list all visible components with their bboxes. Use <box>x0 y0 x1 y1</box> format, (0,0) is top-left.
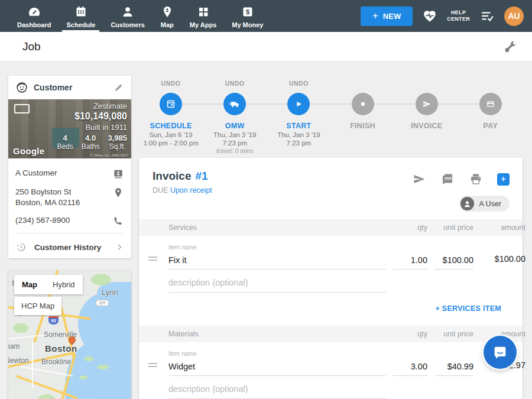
add-services-item-link[interactable]: + SERVICES ITEM <box>435 304 501 313</box>
map-label-lynn: Lynn <box>102 288 118 297</box>
location-pin-icon[interactable] <box>112 187 124 199</box>
beds-label: Beds <box>57 142 73 151</box>
nav-label: Map <box>161 21 174 28</box>
customer-details: A Customer 250 Boylston St Boston, MA 02… <box>8 158 131 236</box>
job-tools-icon[interactable] <box>502 39 518 54</box>
material-item-row: Item name $122.97 <box>139 342 523 376</box>
truck-icon <box>228 98 241 111</box>
step-date: Thu, Jan 3 '19 <box>277 131 320 138</box>
item-name-label: Item name <box>168 351 386 357</box>
unit-price-input[interactable] <box>434 254 473 270</box>
assigned-user-chip[interactable]: A User <box>459 196 510 212</box>
drag-handle[interactable] <box>148 255 161 270</box>
pay-step-button[interactable] <box>479 93 502 115</box>
map-type-map-button[interactable]: Map <box>14 275 45 294</box>
map-widget[interactable]: Burlington Lynn 107 2 93 Somerville ham … <box>8 270 131 399</box>
nav-item-customers[interactable]: Customers <box>103 0 152 32</box>
customer-phone: (234) 567-8900 <box>15 215 70 226</box>
baths-value: 4.0 <box>82 134 100 142</box>
edit-pencil-icon[interactable] <box>113 82 124 93</box>
sqft-stat: 3,985 Sq.ft. <box>108 134 127 151</box>
customer-history-row[interactable]: Customer History <box>8 236 131 258</box>
health-heart-icon[interactable] <box>422 8 437 24</box>
due-terms-link[interactable]: Upon receipt <box>170 186 212 194</box>
undo-schedule-button[interactable]: UNDO <box>161 80 181 88</box>
unit-price-input[interactable] <box>434 360 473 376</box>
new-button[interactable]: + NEW <box>361 7 413 26</box>
nav-item-dashboard[interactable]: Dashboard <box>9 0 59 32</box>
map-type-hybrid-button[interactable]: Hybrid <box>45 275 83 294</box>
plus-icon: + <box>372 10 378 22</box>
nav-item-schedule[interactable]: Schedule <box>59 0 103 32</box>
map-label-waltham: ham <box>8 342 20 351</box>
qty-input[interactable] <box>393 254 427 270</box>
omw-step-button[interactable] <box>223 93 246 115</box>
phone-icon[interactable] <box>112 215 124 227</box>
map-park <box>13 323 28 333</box>
invoice-due-line: DUE Upon receipt <box>153 186 510 194</box>
route-107-shield: 107 <box>96 300 109 306</box>
item-name-input[interactable] <box>168 360 386 376</box>
item-name-input[interactable] <box>168 254 386 270</box>
baths-label: Baths <box>82 142 100 151</box>
undo-omw-button[interactable]: UNDO <box>225 80 245 88</box>
nav-item-my-money[interactable]: $ My Money <box>224 0 271 32</box>
section-title: Materials <box>168 330 386 338</box>
pdf-icon[interactable]: PDF <box>440 172 455 186</box>
drag-handle[interactable] <box>148 361 161 376</box>
task-list-check-icon[interactable] <box>479 8 495 24</box>
step-label[interactable]: INVOICE <box>411 122 443 130</box>
description-input[interactable] <box>168 381 386 399</box>
property-photo[interactable]: Zestimate $10,149,080 Built in 1911 4 Be… <box>8 99 131 158</box>
beds-stat: 4 Beds <box>57 134 73 151</box>
help-center-line1: HELP <box>447 9 470 16</box>
help-center-line2: CENTER <box>447 16 470 22</box>
step-time: 1:00 pm - 2:00 pm <box>143 140 198 147</box>
customer-address: 250 Boylston St Boston, MA 02116 <box>15 187 80 208</box>
finish-step-button[interactable] <box>352 93 374 115</box>
streetview-frame-icon[interactable] <box>14 104 30 113</box>
map-label-brookline: Brookline <box>41 358 71 366</box>
hcp-map-button[interactable]: HCP Map <box>14 297 61 315</box>
nav-label: My Money <box>232 21 263 28</box>
job-progress-stepper: UNDO SCHEDULE Sun, Jan 6 '19 1:00 pm - 2… <box>139 76 523 158</box>
user-avatar[interactable]: AU <box>504 7 524 26</box>
item-name-field: Item name <box>168 351 386 376</box>
undo-start-button[interactable]: UNDO <box>289 80 309 88</box>
step-label[interactable]: OMW <box>225 122 245 130</box>
print-icon[interactable] <box>469 172 483 186</box>
step-invoice: INVOICE <box>395 80 459 158</box>
left-sidebar: Customer Zestimate $10,149,080 Built in … <box>8 76 131 399</box>
map-road <box>32 341 33 388</box>
due-label: DUE <box>153 186 168 194</box>
start-step-button[interactable] <box>287 93 310 115</box>
zestimate-label: Zestimate <box>57 102 127 111</box>
unit-price-column-header: unit price <box>434 223 473 232</box>
step-omw: UNDO OMW Thu, Jan 3 '19 7:23 pm travel: … <box>203 80 267 158</box>
send-invoice-icon[interactable] <box>412 172 426 186</box>
step-label[interactable]: SCHEDULE <box>150 122 192 130</box>
description-input[interactable] <box>168 274 386 293</box>
nav-item-map[interactable]: Map <box>153 0 182 32</box>
invoice-number[interactable]: #1 <box>195 170 207 183</box>
qty-input[interactable] <box>393 360 427 376</box>
chat-support-button[interactable] <box>484 336 517 369</box>
step-pay: PAY <box>459 80 523 158</box>
qty-column-header: qty <box>393 223 427 232</box>
qty-field <box>393 254 427 270</box>
map-pin-icon <box>160 5 174 19</box>
item-name-label: Item name <box>168 244 386 251</box>
customer-name: A Customer <box>15 168 57 179</box>
line-amount: $100.00 <box>481 254 525 270</box>
add-invoice-item-button[interactable]: + <box>497 173 510 186</box>
step-label[interactable]: START <box>286 122 311 130</box>
help-center-link[interactable]: HELP CENTER <box>447 9 470 23</box>
contact-card-icon[interactable] <box>112 168 124 180</box>
step-label[interactable]: PAY <box>484 122 498 130</box>
new-button-label: NEW <box>383 12 401 21</box>
step-label[interactable]: FINISH <box>350 122 375 130</box>
zestimate-value: $10,149,080 <box>57 111 127 122</box>
invoice-step-button[interactable] <box>416 93 438 115</box>
schedule-step-button[interactable] <box>160 93 182 115</box>
nav-item-my-apps[interactable]: My Apps <box>182 0 224 32</box>
